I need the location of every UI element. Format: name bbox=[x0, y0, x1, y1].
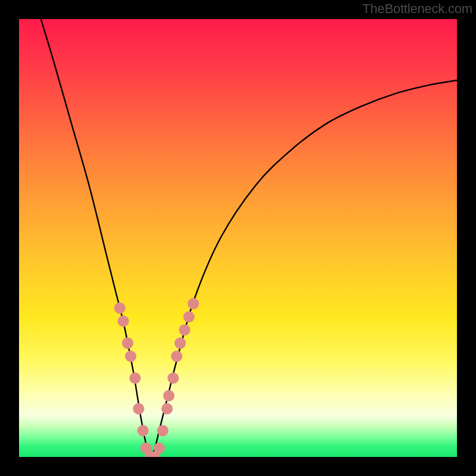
highlight-dot bbox=[183, 311, 195, 322]
highlight-dot bbox=[122, 337, 133, 349]
highlight-dot bbox=[168, 372, 179, 384]
highlight-dot bbox=[187, 298, 199, 309]
highlight-dot bbox=[137, 425, 149, 436]
highlight-dot bbox=[125, 350, 136, 362]
curve-layer bbox=[19, 19, 457, 457]
watermark-text: TheBottleneck.com bbox=[362, 1, 472, 17]
highlight-dot bbox=[154, 443, 165, 454]
highlight-dot bbox=[161, 403, 173, 414]
highlight-dot bbox=[133, 403, 144, 414]
highlight-dot bbox=[118, 315, 129, 327]
plot-area bbox=[19, 19, 457, 457]
highlight-dot bbox=[157, 425, 168, 436]
highlight-dot bbox=[171, 350, 182, 362]
bottleneck-curve bbox=[41, 19, 457, 457]
highlight-dot bbox=[129, 372, 140, 384]
highlight-dot bbox=[163, 390, 174, 401]
highlight-dot bbox=[174, 337, 186, 349]
highlight-markers bbox=[114, 298, 199, 457]
chart-stage: TheBottleneck.com bbox=[0, 0, 476, 476]
highlight-dot bbox=[179, 324, 190, 336]
highlight-dot bbox=[114, 302, 126, 314]
